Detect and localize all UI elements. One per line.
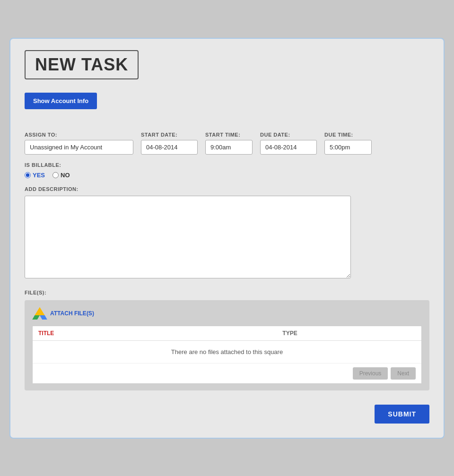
files-box: ATTACH FILE(S) TITLE TYPE There are no f… [25, 300, 429, 390]
files-pagination: Previous Next [33, 363, 421, 383]
billable-label: IS BILLABLE: [25, 162, 429, 168]
attach-files-link[interactable]: ATTACH FILE(S) [50, 310, 94, 317]
modal-container: NEW TASK Show Account Info ASSIGN TO: ST… [9, 38, 445, 439]
due-date-group: DUE DATE: [260, 132, 317, 155]
start-time-label: START TIME: [205, 132, 253, 138]
description-section: ADD DESCRIPTION: [25, 186, 429, 280]
files-table: TITLE TYPE There are no files attached t… [32, 326, 422, 384]
svg-marker-5 [40, 315, 47, 319]
next-button[interactable]: Next [391, 367, 416, 380]
due-time-group: DUE TIME: [324, 132, 372, 155]
start-time-group: START TIME: [205, 132, 253, 155]
due-time-input[interactable] [324, 140, 372, 155]
previous-button[interactable]: Previous [353, 367, 388, 380]
start-date-group: START DATE: [141, 132, 198, 155]
assign-to-label: ASSIGN TO: [25, 132, 133, 138]
page-title: NEW TASK [35, 55, 128, 74]
attach-row: ATTACH FILE(S) [32, 307, 422, 320]
google-drive-icon [32, 307, 47, 320]
files-section: FILE(S): [25, 290, 429, 390]
due-date-label: DUE DATE: [260, 132, 317, 138]
start-date-label: START DATE: [141, 132, 198, 138]
footer-row: SUBMIT [25, 405, 429, 424]
files-empty-message: There are no files attached to this squa… [33, 341, 421, 363]
billable-row: IS BILLABLE: YES NO [25, 162, 429, 179]
files-table-header: TITLE TYPE [33, 326, 421, 341]
due-date-input[interactable] [260, 140, 317, 155]
assign-to-group: ASSIGN TO: [25, 132, 133, 155]
billable-no-item[interactable]: NO [52, 172, 70, 179]
start-date-input[interactable] [141, 140, 198, 155]
form-fields-row: ASSIGN TO: START DATE: START TIME: DUE D… [25, 132, 429, 155]
radio-group: YES NO [25, 172, 429, 179]
assign-to-input[interactable] [25, 140, 133, 155]
submit-button[interactable]: SUBMIT [375, 405, 429, 424]
type-column-header: TYPE [164, 330, 416, 337]
billable-yes-label: YES [33, 172, 45, 179]
title-box: NEW TASK [25, 50, 139, 79]
show-account-section: Show Account Info [25, 93, 429, 121]
svg-marker-6 [35, 307, 45, 315]
description-textarea[interactable] [25, 196, 351, 278]
show-account-button[interactable]: Show Account Info [25, 93, 97, 109]
billable-no-label: NO [61, 172, 70, 179]
svg-marker-4 [32, 315, 40, 319]
description-label: ADD DESCRIPTION: [25, 186, 429, 192]
billable-no-radio[interactable] [52, 172, 59, 178]
files-label: FILE(S): [25, 290, 429, 295]
billable-yes-radio[interactable] [25, 172, 31, 178]
billable-yes-item[interactable]: YES [25, 172, 45, 179]
due-time-label: DUE TIME: [324, 132, 372, 138]
title-column-header: TITLE [38, 330, 164, 337]
start-time-input[interactable] [205, 140, 253, 155]
